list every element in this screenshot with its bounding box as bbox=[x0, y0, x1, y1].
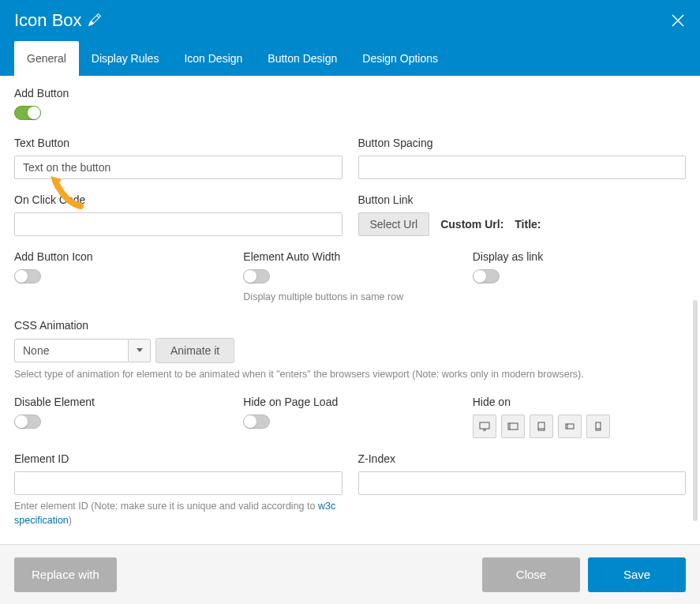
button-link-label: Button Link bbox=[358, 193, 687, 206]
add-button-icon-label: Add Button Icon bbox=[14, 250, 227, 263]
display-as-link-label: Display as link bbox=[473, 250, 686, 263]
device-mobile-portrait-icon[interactable] bbox=[586, 415, 610, 438]
scrollbar[interactable] bbox=[693, 300, 698, 521]
hide-on-label: Hide on bbox=[473, 396, 686, 408]
tab-label: General bbox=[27, 52, 66, 65]
display-as-link-toggle[interactable] bbox=[473, 269, 500, 283]
device-desktop-icon[interactable] bbox=[473, 415, 496, 438]
tab-display-rules[interactable]: Display Rules bbox=[79, 41, 172, 76]
tab-design-options[interactable]: Design Options bbox=[350, 41, 451, 76]
modal-title: Icon Box bbox=[14, 10, 82, 31]
css-animation-label: CSS Animation bbox=[14, 319, 686, 332]
on-click-code-input[interactable] bbox=[14, 212, 343, 236]
add-button-toggle[interactable] bbox=[14, 106, 41, 120]
button-spacing-input[interactable] bbox=[358, 156, 687, 179]
save-button[interactable]: Save bbox=[588, 557, 686, 592]
disable-element-label: Disable Element bbox=[14, 396, 227, 408]
replace-with-button[interactable]: Replace with bbox=[14, 557, 117, 592]
modal-footer: Replace with Close Save bbox=[0, 544, 700, 604]
css-animation-select[interactable]: None bbox=[14, 339, 129, 362]
on-click-code-label: On Click Code bbox=[14, 193, 343, 206]
helper-text-post: ) bbox=[69, 515, 72, 526]
animate-it-button[interactable]: Animate it bbox=[155, 338, 234, 363]
css-animation-helper: Select type of animation for element to … bbox=[14, 368, 686, 382]
device-mobile-landscape-icon[interactable] bbox=[558, 415, 582, 438]
svg-rect-2 bbox=[480, 422, 489, 429]
chevron-down-icon[interactable] bbox=[129, 339, 151, 362]
custom-url-label: Custom Url: bbox=[440, 218, 503, 231]
content-panel: Add Button Text Button Button Spacing On… bbox=[0, 76, 700, 542]
modal-title-wrap: Icon Box bbox=[14, 10, 101, 31]
text-button-input[interactable] bbox=[14, 156, 343, 179]
close-icon[interactable] bbox=[670, 13, 686, 28]
device-tablet-portrait-icon[interactable] bbox=[530, 415, 553, 438]
element-auto-width-label: Element Auto Width bbox=[243, 250, 456, 263]
add-button-label: Add Button bbox=[14, 87, 686, 99]
modal-header: Icon Box bbox=[0, 0, 700, 41]
z-index-label: Z-Index bbox=[358, 452, 687, 465]
title-label: Title: bbox=[515, 218, 541, 231]
tab-button-design[interactable]: Button Design bbox=[255, 41, 350, 76]
close-button[interactable]: Close bbox=[482, 557, 580, 592]
disable-element-toggle[interactable] bbox=[14, 415, 41, 429]
text-button-label: Text Button bbox=[14, 137, 343, 149]
element-id-helper: Enter element ID (Note: make sure it is … bbox=[14, 500, 343, 527]
z-index-input[interactable] bbox=[358, 471, 687, 495]
device-tablet-landscape-icon[interactable] bbox=[501, 415, 525, 438]
element-auto-width-helper: Display multiple buttons in same row bbox=[243, 291, 456, 305]
element-id-input[interactable] bbox=[14, 471, 343, 495]
tab-general[interactable]: General bbox=[14, 41, 79, 76]
select-url-button[interactable]: Select Url bbox=[358, 212, 430, 236]
tab-bar: General Display Rules Icon Design Button… bbox=[0, 41, 700, 76]
helper-text-pre: Enter element ID (Note: make sure it is … bbox=[14, 501, 318, 512]
tab-label: Icon Design bbox=[184, 52, 242, 65]
element-id-label: Element ID bbox=[14, 452, 343, 465]
tab-label: Display Rules bbox=[92, 52, 159, 65]
tab-label: Button Design bbox=[268, 52, 337, 65]
hide-on-page-load-label: Hide on Page Load bbox=[243, 396, 456, 408]
element-auto-width-toggle[interactable] bbox=[243, 269, 270, 283]
tab-label: Design Options bbox=[362, 52, 438, 65]
button-spacing-label: Button Spacing bbox=[358, 137, 687, 149]
header-controls bbox=[656, 13, 686, 28]
hide-on-page-load-toggle[interactable] bbox=[243, 415, 270, 429]
add-button-icon-toggle[interactable] bbox=[14, 269, 41, 283]
edit-icon[interactable] bbox=[88, 10, 101, 31]
tab-icon-design[interactable]: Icon Design bbox=[171, 41, 255, 76]
